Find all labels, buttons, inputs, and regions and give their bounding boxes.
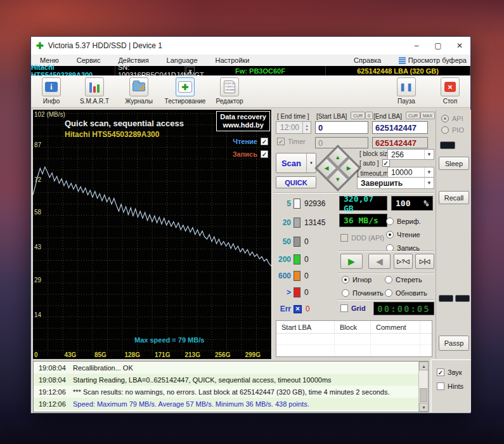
serial-close-button[interactable]: x [186,67,195,75]
block-size-combo[interactable]: 256 ▼ [387,149,434,160]
progress-lcd: 100 % [391,196,433,211]
app-window: ✚ Victoria 5.37 HDD/SSD | Device 1 – ▢ ✕… [30,36,471,414]
maximize-icon[interactable]: ▢ [427,37,449,55]
stop-button[interactable]: ✕ Стоп [423,77,477,105]
log-row: 19:08:04Recallibration... OK [34,362,418,374]
scan-label: Scan [276,153,306,173]
menu-item-settings[interactable]: Настройки [207,56,259,64]
test-control-panel: [ End time ] [Start LBA] CUR 0 [End LBA]… [271,110,436,359]
ddd-row: DDD (API) [340,234,384,242]
latency-label: Err [275,304,291,313]
api-radio[interactable] [441,115,449,122]
auto-checkbox[interactable]: ✓ [382,159,390,167]
stop-label: Стоп [443,98,458,105]
end-lba-input[interactable]: 625142447 [372,121,428,134]
legend-write: Запись ✓ [233,150,268,158]
minimize-icon[interactable]: – [406,37,427,55]
close-icon[interactable]: ✕ [449,37,470,55]
passp-button[interactable]: Passp [439,336,469,351]
action-erase[interactable]: Стереть [385,276,422,284]
smart-label: S.M.A.R.T [80,98,109,105]
latency-count: 13145 [304,218,325,227]
quick-button[interactable]: QUICK [276,176,316,188]
hints-checkbox[interactable] [437,382,444,390]
recall-button[interactable]: Recall [439,191,469,204]
journals-button[interactable]: Журналы [112,77,165,105]
mode-verify[interactable]: Вериф. [386,218,421,225]
right-rail: API PIO Sleep Recall Passp [436,110,471,359]
toolbar: i Инфо S.M.A.R.T Журналы ✚ Тестирование … [31,75,470,108]
hints-label: Hints [448,382,463,390]
buffer-view-button[interactable]: Просмотр буфера [399,56,467,64]
scroll-thumb[interactable] [420,388,427,402]
write-checkbox[interactable]: ✓ [261,150,268,158]
scan-button[interactable]: Scan ▼ [276,153,316,173]
spinner-arrows-icon[interactable]: ▲▼ [302,122,311,133]
action-ignore[interactable]: Игнор [342,276,372,284]
start-lba-cur-button[interactable]: CUR [351,112,365,119]
speed-lcd: 36 MB/s [339,214,387,227]
menu-item-help[interactable]: Справка [345,56,390,64]
sound-checkbox[interactable]: ✓ [437,369,444,376]
editor-button[interactable]: 010110 110011 101000 Редактор [203,77,256,105]
log-text: Starting Reading, LBA=0..625142447, QUIC… [65,376,332,384]
grid-label: Grid [351,304,366,312]
mode-read[interactable]: Чтение [386,231,420,238]
scroll-up-icon[interactable]: ▲ [419,362,429,370]
grid-checkbox[interactable] [340,304,348,312]
ignore-radio[interactable] [342,276,349,284]
end-action-combo[interactable]: Завершить ▼ [357,177,434,189]
y-axis-tick: 102 (MB/s) [34,111,65,118]
combo-arrow-icon: ▼ [424,178,434,188]
erase-radio[interactable] [385,276,392,284]
action-refresh[interactable]: Обновить [385,289,427,297]
refresh-radio[interactable] [385,289,392,297]
latency-count: 0 [304,255,309,264]
defect-row-empty [276,345,432,356]
repair-radio[interactable] [342,289,349,297]
chart-subtitle: Hitachi HTS54503289A300 [65,130,159,139]
timer-checkbox[interactable]: ✓ [277,138,285,145]
rewind-button[interactable]: ◀ [368,254,391,269]
pio-label: PIO [452,126,464,134]
watermark-line1: Data recovery [220,113,266,121]
read-checkbox[interactable]: ✓ [261,138,268,145]
latency-row->: >0 [275,286,309,299]
log-text: Recallibration... OK [65,364,133,372]
y-axis-tick: 43 [34,244,41,251]
x-axis-tick: 171G [155,351,170,358]
seek-question-button[interactable]: ▷?◁ [394,254,413,269]
timer-label: Timer [288,138,306,145]
end-time-spinner[interactable]: 12:00 ▲▼ [276,121,311,134]
ignore-label: Игнор [352,276,372,284]
end-lba-cur-button[interactable]: CUR [406,112,420,119]
log-panel: 19:08:04Recallibration... OK19:08:04Star… [33,361,429,412]
watermark-line2: www.hdd.by [220,121,266,129]
scan-dropdown-icon[interactable]: ▼ [306,153,316,173]
pio-radio[interactable] [441,126,449,134]
stop-icon: ✕ [444,82,456,92]
rewind-icon: ◀ [376,256,383,266]
defect-table-header: Start LBA Block Comment [276,321,432,334]
read-radio[interactable] [386,231,394,238]
timeout-combo[interactable]: 10000 ▼ [387,167,434,178]
start-test-button[interactable]: ▶ [340,254,363,269]
log-scrollbar[interactable]: ▲ ▼ [418,362,428,412]
latency-row-5: 592936 [275,197,325,210]
seek-end-button[interactable]: ▷|◁ [415,254,434,269]
refresh-label: Обновить [396,289,427,297]
start-lba-zero-button[interactable]: 0 [365,112,373,119]
scroll-down-icon[interactable]: ▼ [419,403,429,412]
latency-row-50: 500 [275,235,309,248]
sleep-button[interactable]: Sleep [439,157,469,170]
defect-table[interactable]: Start LBA Block Comment [276,320,432,357]
ddd-checkbox[interactable] [340,234,348,242]
window-controls: – ▢ ✕ [406,37,470,55]
start-lba-input[interactable]: 0 [315,121,368,134]
erase-label: Стереть [396,276,422,284]
y-axis-tick: 87 [34,141,41,148]
verify-radio[interactable] [386,218,394,225]
end-lba-max-button[interactable]: MAX [420,112,435,119]
latency-label: 50 [275,237,291,246]
action-repair[interactable]: Починить [342,289,384,297]
